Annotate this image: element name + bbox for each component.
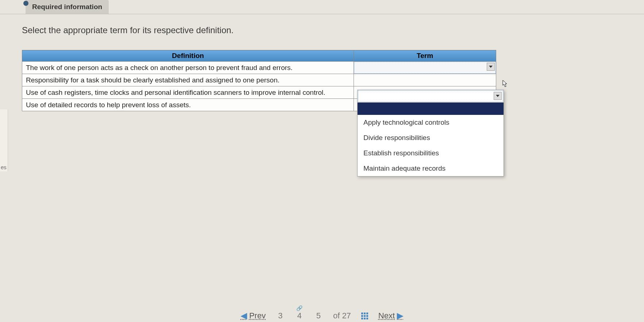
dropdown-option[interactable]: Maintain adequate records (358, 161, 504, 176)
link-icon: 🔗 (296, 305, 302, 311)
tab-label: Required information (32, 3, 102, 11)
chevron-right-icon: ▶ (397, 311, 403, 321)
prev-button[interactable]: ◀ Prev (241, 311, 266, 321)
chevron-down-icon[interactable] (494, 92, 502, 100)
header-term: Term (354, 50, 496, 62)
chevron-down-icon[interactable] (487, 63, 495, 71)
next-label: Next (378, 311, 395, 321)
term-dropdown-cell[interactable] (354, 74, 496, 86)
definition-cell: Use of cash registers, time clocks and p… (22, 86, 354, 99)
definition-cell: Responsibility for a task should be clea… (22, 74, 354, 86)
term-select[interactable] (354, 62, 496, 74)
left-panel-text: es (0, 164, 7, 170)
dropdown-selected-field[interactable] (358, 90, 503, 102)
term-dropdown-cell[interactable] (354, 62, 496, 74)
prev-label: Prev (249, 311, 266, 321)
grid-view-icon[interactable] (361, 313, 368, 319)
next-button[interactable]: Next ▶ (378, 311, 403, 321)
question-content: Select the appropriate term for its resp… (0, 14, 644, 111)
page-number[interactable]: 3 (276, 311, 285, 321)
definition-cell: Use of detailed records to help prevent … (22, 99, 354, 111)
instruction-text: Select the appropriate term for its resp… (22, 25, 622, 35)
chevron-left-icon: ◀ (241, 311, 247, 321)
header-definition: Definition (22, 50, 354, 62)
page-number-current[interactable]: 🔗 4 (295, 311, 304, 321)
dropdown-option[interactable]: Establish responsibilities (358, 146, 504, 161)
tab-indicator-dot (23, 1, 28, 6)
definition-cell: The work of one person acts as a check o… (22, 62, 354, 74)
dropdown-option[interactable]: Apply technological controls (358, 115, 504, 130)
table-row: Responsibility for a task should be clea… (22, 74, 496, 86)
pagination-bar: ◀ Prev 3 🔗 4 5 of 27 Next ▶ (176, 311, 468, 321)
tab-required-information[interactable]: Required information (26, 0, 109, 14)
page-of-label: of 27 (333, 311, 351, 321)
dropdown-option-blank[interactable] (358, 102, 504, 115)
left-panel-stub (0, 109, 8, 171)
term-dropdown-open[interactable]: Apply technological controls Divide resp… (357, 90, 504, 176)
page-number[interactable]: 5 (314, 311, 323, 321)
table-row: The work of one person acts as a check o… (22, 62, 496, 74)
dropdown-option[interactable]: Divide responsibilities (358, 130, 504, 146)
